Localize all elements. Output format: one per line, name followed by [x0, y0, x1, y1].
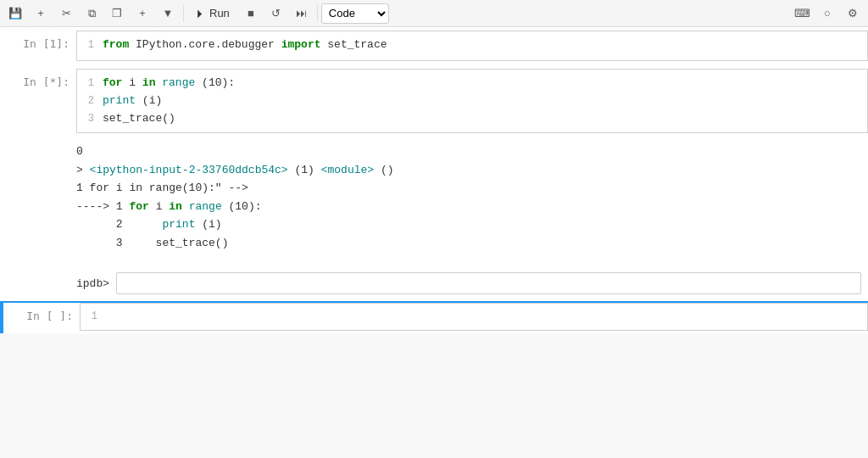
empty-cell-line-1: 1 [81, 309, 867, 325]
settings-button[interactable]: ⚙ [841, 3, 865, 25]
paste-button[interactable]: ❐ [105, 3, 129, 25]
range-args: (10): [202, 76, 235, 89]
output-line-3: 3 set_trace() [76, 234, 860, 252]
cell-2-label: In [*]: [0, 69, 76, 88]
cell-2-line-2: 2 print (i) [77, 92, 867, 110]
output-line-2: 2 print (i) [76, 215, 860, 233]
cell-2-code-text-1: for i in range (10): [103, 75, 867, 92]
empty-cell-content[interactable]: 1 [80, 303, 868, 331]
status-button[interactable]: ○ [815, 3, 839, 25]
output-kw-for: for [129, 200, 148, 213]
run-icon: ⏵ [195, 7, 206, 20]
move-down-button[interactable]: ▼ [156, 3, 180, 25]
toolbar-separator [183, 5, 184, 22]
add-cell-button[interactable]: + [29, 3, 53, 25]
output-indent-3: 3 set_trace() [76, 237, 228, 249]
import-name: set_trace [327, 38, 387, 51]
module-name: IPython.core.debugger [136, 38, 281, 51]
ipdb-input[interactable] [116, 272, 861, 294]
cell-2-code-text-2: print (i) [103, 92, 867, 110]
ipdb-row: ipdb> [0, 267, 868, 299]
output-indent-2: 2 [76, 218, 156, 231]
set-trace-call: set_trace() [103, 112, 175, 125]
empty-cell: In [ ]: 1 [3, 303, 868, 331]
move-up-button[interactable]: + [131, 3, 154, 25]
keyboard-button[interactable]: ⌨ [790, 3, 814, 25]
active-cell-indicator-row: In [ ]: 1 [0, 301, 868, 333]
output-zero: 0 [76, 145, 83, 158]
cell-2: In [*]: 1 for i in range (10): [0, 65, 868, 137]
cut-button[interactable]: ✂ [54, 3, 78, 25]
restart-button[interactable]: ↺ [264, 3, 288, 25]
run-button[interactable]: ⏵ Run [187, 3, 237, 25]
cell-2-code-text-3: set_trace() [103, 110, 867, 128]
copy-button[interactable]: ⧉ [80, 3, 103, 25]
cell-1-label: In [1]: [0, 31, 76, 50]
builtin-print: print [103, 94, 136, 107]
empty-line-num: 1 [81, 309, 106, 325]
empty-cell-code-area: 1 [81, 304, 867, 330]
cell-2-code[interactable]: 1 for i in range (10): 2 [76, 69, 868, 133]
line-num-1: 1 [77, 37, 103, 53]
output-line-arrow2: ----> 1 for i in range (10): [76, 198, 860, 215]
output-arrow-dashes: ----> [76, 200, 116, 213]
run-label: Run [209, 7, 230, 20]
cell-1-code-area: 1 from IPython.core.debugger import set_… [77, 31, 867, 59]
cell-2-code-area: 1 for i in range (10): 2 [77, 70, 867, 132]
ipdb-label: ipdb> [76, 277, 109, 290]
output-spacer [0, 257, 868, 267]
line-num-3: 3 [77, 111, 103, 127]
line-num-1: 1 [77, 75, 103, 92]
line-num-2: 2 [77, 93, 103, 109]
cell-type-select[interactable]: Code [321, 3, 389, 24]
output-module-label: <module> [321, 164, 374, 176]
output-parens: () [381, 164, 394, 176]
cell-1-code-text: from IPython.core.debugger import set_tr… [103, 36, 867, 54]
toolbar-separator-2 [317, 5, 318, 22]
cell-2-output: 0 > <ipython-input-2-33760ddcb54c> (1) <… [0, 137, 868, 257]
fast-forward-button[interactable]: ⏭ [290, 3, 314, 25]
output-i: i [156, 200, 170, 213]
builtin-range: range [162, 76, 195, 89]
output-num-1: 1 [116, 200, 130, 213]
output-range-args: (10): [229, 200, 262, 213]
output-print-2: print [162, 218, 195, 231]
output-gt: > [76, 164, 90, 176]
keyword-from: from [103, 38, 129, 51]
notebook-area: In [1]: 1 from IPython.core.debugger imp… [0, 27, 868, 333]
output-print-args-2: (i) [202, 218, 221, 231]
output-ipython-link: <ipython-input-2-33760ddcb54c> [90, 164, 288, 176]
cell-1-line-1: 1 from IPython.core.debugger import set_… [77, 36, 867, 54]
empty-cell-label: In [ ]: [3, 303, 80, 322]
keyword-import: import [281, 38, 321, 51]
cell-1: In [1]: 1 from IPython.core.debugger imp… [0, 27, 868, 65]
notebook-toolbar: 💾 + ✂ ⧉ ❐ + ▼ ⏵ Run ■ ↺ ⏭ Code ⌨ ○ ⚙ [0, 0, 868, 27]
save-button[interactable]: 💾 [3, 3, 27, 25]
output-module-call: (1) [294, 164, 320, 176]
stop-button[interactable]: ■ [239, 3, 263, 25]
print-args: (i) [142, 94, 162, 107]
output-range: range [189, 200, 222, 213]
output-line-0: 0 [76, 142, 860, 160]
keyword-for: for [103, 76, 122, 89]
cell-2-line-1: 1 for i in range (10): [77, 75, 867, 92]
output-line-arrow: > <ipython-input-2-33760ddcb54c> (1) <mo… [76, 161, 860, 179]
output-kw-in: in [169, 200, 182, 213]
cell-1-code[interactable]: 1 from IPython.core.debugger import set_… [76, 31, 868, 61]
cell-2-line-3: 3 set_trace() [77, 110, 867, 128]
var-i: i [129, 76, 142, 89]
keyword-in: in [142, 76, 156, 89]
